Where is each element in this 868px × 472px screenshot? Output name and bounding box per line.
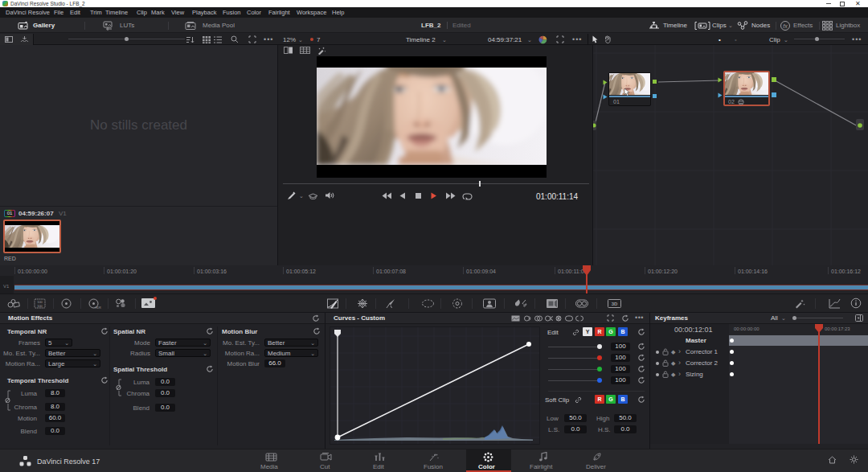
svg-text:fx: fx: [783, 23, 788, 29]
svg-text:HDR: HDR: [95, 306, 101, 310]
svg-text:100: 100: [37, 304, 43, 308]
svg-text:3D: 3D: [612, 302, 618, 306]
